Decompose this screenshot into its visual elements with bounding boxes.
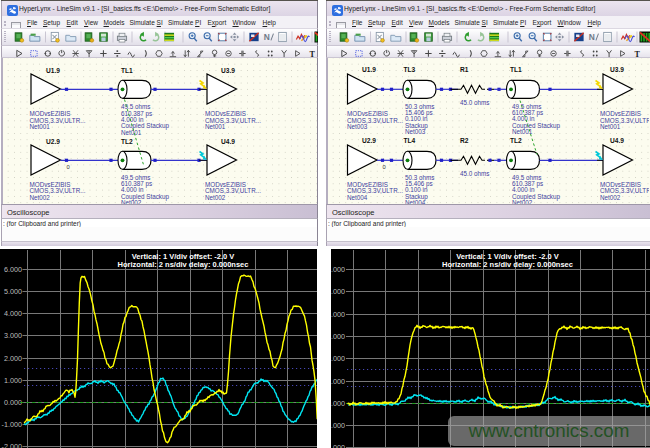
svg-text:TL1: TL1 xyxy=(121,67,133,74)
svg-text:TL4: TL4 xyxy=(404,137,416,144)
svg-text:Net002: Net002 xyxy=(205,194,226,201)
svg-text:6.000: 6.000 xyxy=(4,265,22,274)
svg-text:Net003: Net003 xyxy=(405,128,426,135)
svg-text:TL2: TL2 xyxy=(121,138,133,145)
svg-text:45.0 ohms: 45.0 ohms xyxy=(460,170,489,177)
svg-text:Net002: Net002 xyxy=(600,194,621,201)
svg-text:U3.9: U3.9 xyxy=(610,66,624,73)
svg-text:R1: R1 xyxy=(460,66,469,73)
svg-text:U3.9: U3.9 xyxy=(221,67,235,74)
svg-text:U1.9: U1.9 xyxy=(46,67,60,74)
svg-text:Horizontal: 2 ns/div delay: 0: Horizontal: 2 ns/div delay: 0.000nsec xyxy=(442,260,573,269)
svg-text:Net001: Net001 xyxy=(30,123,51,130)
svg-text:U2.9: U2.9 xyxy=(46,138,60,145)
svg-text:2.000: 2.000 xyxy=(331,354,345,363)
svg-text:0: 0 xyxy=(67,164,70,170)
svg-text:U4.9: U4.9 xyxy=(221,138,235,145)
svg-text:Net003: Net003 xyxy=(347,123,368,130)
svg-text:Net002: Net002 xyxy=(30,194,51,201)
svg-text:0.000: 0.000 xyxy=(4,398,22,407)
svg-text:TL1: TL1 xyxy=(510,66,522,73)
svg-text:1.000: 1.000 xyxy=(4,376,22,385)
svg-text:N: N xyxy=(589,32,595,42)
svg-text:Net001: Net001 xyxy=(600,123,621,130)
svg-text:Net004: Net004 xyxy=(347,194,368,201)
svg-text:-2.000: -2.000 xyxy=(331,443,345,448)
svg-text:-2.000: -2.000 xyxy=(2,442,22,448)
svg-text:2.000: 2.000 xyxy=(4,354,22,363)
svg-text:5.000: 5.000 xyxy=(331,287,345,296)
svg-text:Net001: Net001 xyxy=(205,123,226,130)
svg-text:45.0 ohms: 45.0 ohms xyxy=(460,99,489,106)
svg-text:0.000: 0.000 xyxy=(331,399,345,408)
svg-text:U1.9: U1.9 xyxy=(362,66,376,73)
svg-text:T: T xyxy=(635,49,641,58)
svg-text:Horizontal: 2 ns/div delay: 0: Horizontal: 2 ns/div delay: 0.000nsec xyxy=(118,260,249,269)
svg-text:Net001: Net001 xyxy=(512,128,533,135)
svg-text:TL3: TL3 xyxy=(404,66,416,73)
svg-text:-1.000: -1.000 xyxy=(2,420,22,429)
svg-text:1.000: 1.000 xyxy=(331,377,345,386)
svg-text:5.000: 5.000 xyxy=(4,287,22,296)
svg-text:R2: R2 xyxy=(460,137,469,144)
svg-text:4.000: 4.000 xyxy=(331,310,345,319)
svg-text:Net001: Net001 xyxy=(121,129,142,136)
svg-text:TL2: TL2 xyxy=(510,137,522,144)
svg-text:3.000: 3.000 xyxy=(331,332,345,341)
svg-text:0: 0 xyxy=(383,164,386,170)
svg-text:6.000: 6.000 xyxy=(331,265,345,274)
svg-text:T: T xyxy=(310,49,316,58)
svg-text:-1.000: -1.000 xyxy=(331,421,345,430)
svg-text:3.000: 3.000 xyxy=(4,331,22,340)
svg-text:U4.9: U4.9 xyxy=(610,137,624,144)
svg-text:4.000: 4.000 xyxy=(4,309,22,318)
svg-text:U2.9: U2.9 xyxy=(362,137,376,144)
svg-text:N: N xyxy=(264,32,270,42)
